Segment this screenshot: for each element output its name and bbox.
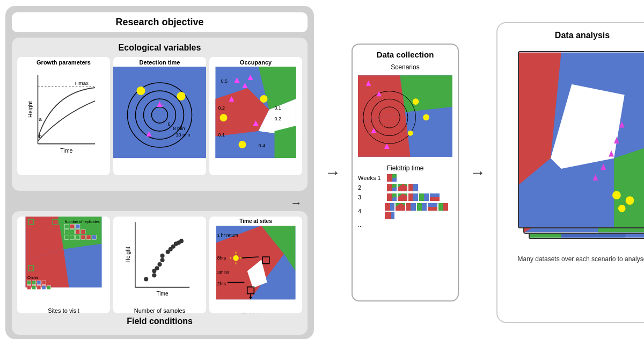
dc-title: Data collection — [358, 50, 452, 59]
svg-rect-48 — [70, 224, 75, 228]
fieldtimes-chart-box: Time at sites 1 hr return 8hrs 3mins — [209, 217, 302, 313]
svg-marker-145 — [430, 193, 440, 197]
sites-chart-box: Number of replicates — [17, 217, 110, 313]
detection-label: Detection time — [113, 57, 206, 67]
svg-text:8hrs: 8hrs — [217, 255, 226, 261]
svg-marker-155 — [428, 203, 437, 207]
svg-rect-71 — [42, 286, 46, 290]
research-title: Research objective — [12, 12, 308, 32]
ellipsis-label: ... — [358, 221, 385, 228]
eco-charts: Growth parameters Height Time — [17, 57, 302, 175]
svg-point-182 — [618, 205, 626, 212]
svg-marker-173 — [614, 148, 644, 227]
svg-point-181 — [626, 196, 634, 205]
svg-rect-53 — [81, 229, 85, 234]
svg-marker-45 — [64, 244, 102, 288]
svg-point-118 — [413, 98, 419, 105]
svg-text:8 min: 8 min — [173, 126, 185, 131]
stacked-map-main — [518, 51, 644, 228]
svg-text:0.5: 0.5 — [221, 78, 228, 84]
svg-text:0.4: 0.4 — [259, 143, 266, 148]
svg-text:Order: Order — [27, 275, 39, 280]
samples-chart-box: Height Time — [113, 217, 206, 313]
svg-rect-69 — [32, 286, 36, 290]
svg-marker-141 — [413, 193, 418, 201]
svg-text:2hrs: 2hrs — [217, 281, 226, 286]
svg-marker-143 — [419, 193, 424, 201]
svg-text:Time: Time — [157, 291, 169, 297]
svg-point-81 — [157, 262, 162, 267]
svg-marker-126 — [387, 174, 392, 182]
svg-marker-151 — [411, 203, 416, 211]
svg-rect-66 — [37, 281, 41, 284]
svg-point-82 — [160, 258, 165, 262]
growth-chart: Height Time Hmax a b — [17, 67, 110, 158]
svg-rect-67 — [42, 281, 46, 284]
occupancy-chart-box: Occupancy — [209, 57, 302, 175]
svg-rect-57 — [81, 235, 85, 239]
da-caption: Many datasets over each scenario to anal… — [518, 255, 644, 263]
fieldtrip-label: Fieldtrip time — [358, 164, 452, 172]
svg-point-119 — [423, 114, 429, 121]
week1-map1 — [387, 174, 397, 182]
svg-text:6: 6 — [168, 121, 171, 127]
stacked-maps — [513, 46, 644, 250]
svg-point-35 — [260, 95, 268, 103]
svg-rect-59 — [92, 235, 96, 239]
week-row-4: 4 — [358, 203, 452, 219]
svg-marker-129 — [387, 184, 392, 191]
svg-text:b: b — [39, 133, 42, 139]
scenarios-label: Scenarios — [358, 63, 452, 71]
svg-text:0.2: 0.2 — [275, 116, 282, 121]
weeks-container: Weeks 1 2 3 — [358, 174, 452, 295]
svg-marker-157 — [443, 203, 448, 211]
time-at-sites-label: Time at sites — [209, 217, 302, 226]
week-row-1: Weeks 1 — [358, 174, 452, 182]
svg-text:0.1: 0.1 — [275, 105, 282, 111]
detection-chart: 6 8 min 10 min 2 — [113, 67, 206, 158]
samples-label: Number of samples — [113, 306, 206, 313]
svg-point-34 — [239, 141, 246, 148]
svg-text:Height: Height — [27, 101, 33, 118]
svg-rect-70 — [37, 286, 41, 290]
occupancy-svg: 0.5 0.2 0.1 0.1 0.2 0.4 — [209, 67, 302, 158]
svg-point-16 — [137, 87, 145, 95]
week-row-3: 3 — [358, 193, 452, 201]
svg-text:0.1: 0.1 — [218, 132, 225, 138]
fieldtimes-svg: 1 hr return 8hrs 3mins 2hrs — [209, 226, 302, 308]
svg-marker-159 — [385, 212, 391, 219]
svg-marker-153 — [417, 203, 422, 211]
week-3-maps — [387, 193, 440, 201]
week-1-label: Weeks 1 — [358, 175, 385, 181]
svg-marker-136 — [387, 193, 392, 201]
svg-marker-112 — [400, 75, 452, 112]
detection-svg: 6 8 min 10 min 2 — [113, 67, 206, 158]
field-title: Field conditions — [17, 317, 302, 326]
svg-text:Hmax: Hmax — [75, 80, 89, 86]
svg-rect-49 — [76, 224, 80, 228]
svg-point-99 — [233, 255, 239, 261]
svg-text:1 hr return: 1 hr return — [217, 233, 238, 238]
svg-point-80 — [155, 266, 159, 270]
svg-text:3mins: 3mins — [217, 270, 230, 275]
svg-rect-65 — [32, 281, 36, 284]
occupancy-chart: 0.5 0.2 0.1 0.1 0.2 0.4 — [209, 67, 302, 158]
growth-chart-box: Growth parameters Height Time — [17, 57, 110, 175]
svg-point-89 — [179, 239, 184, 243]
samples-svg: Height Time — [113, 217, 206, 304]
svg-text:0.2: 0.2 — [218, 105, 225, 111]
svg-rect-55 — [70, 235, 75, 239]
sites-svg: Number of replicates — [17, 217, 110, 304]
svg-rect-68 — [27, 286, 31, 290]
week-2-maps — [387, 184, 418, 191]
main-container: Research objective Ecological variables … — [5, 5, 639, 340]
sites-label: Sites to visit — [17, 306, 110, 313]
svg-rect-52 — [76, 229, 80, 234]
arrow-to-collection: → — [325, 163, 341, 182]
arrow-to-analysis: → — [470, 163, 486, 182]
svg-rect-64 — [27, 281, 31, 284]
svg-text:10 min: 10 min — [176, 132, 191, 138]
svg-point-83 — [160, 254, 165, 258]
svg-marker-26 — [275, 126, 296, 158]
fieldtimes-label: Field times — [209, 310, 302, 313]
